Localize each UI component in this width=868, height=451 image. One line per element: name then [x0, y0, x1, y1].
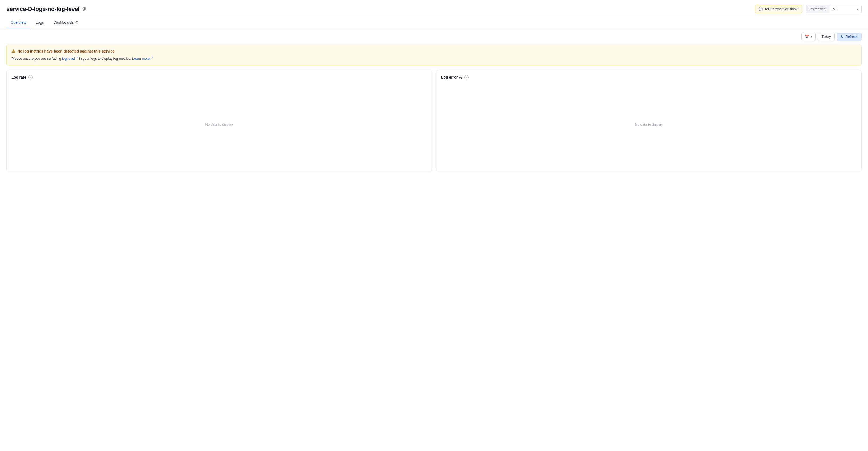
- environment-label: Environment: [806, 5, 829, 13]
- log-error-info-icon[interactable]: ?: [464, 75, 469, 80]
- tab-logs-label: Logs: [36, 20, 44, 25]
- feedback-button-label: Tell us what you think!: [764, 7, 798, 11]
- refresh-button-label: Refresh: [845, 35, 858, 39]
- tab-overview[interactable]: Overview: [6, 17, 30, 28]
- log-rate-chart-header: Log rate ?: [11, 75, 427, 80]
- warning-body-prefix: Please ensure you are surfacing: [11, 57, 62, 61]
- calendar-chevron-icon: ▾: [811, 35, 812, 38]
- log-error-chart-header: Log error % ?: [441, 75, 857, 80]
- header-right: 💬 Tell us what you think! Environment Al…: [754, 5, 862, 13]
- page-header: service-D-logs-no-log-level ⚗ 💬 Tell us …: [0, 0, 868, 17]
- date-picker-button[interactable]: 📅 ▾: [801, 32, 815, 41]
- refresh-icon: ↻: [841, 35, 844, 39]
- log-error-chart-body: No data to display: [441, 83, 857, 166]
- tab-dashboards[interactable]: Dashboards ⚗: [49, 17, 83, 28]
- main-content: 📅 ▾ Today ↻ Refresh ⚠ No log metrics hav…: [0, 28, 868, 176]
- warning-body: Please ensure you are surfacing log.leve…: [11, 55, 857, 61]
- environment-dropdown[interactable]: All ▾: [829, 5, 861, 13]
- tab-logs[interactable]: Logs: [31, 17, 48, 28]
- log-rate-info-icon[interactable]: ?: [28, 75, 32, 80]
- feedback-chat-icon: 💬: [758, 7, 763, 11]
- warning-body-middle: in your logs to display log metrics.: [78, 57, 132, 61]
- tab-overview-label: Overview: [11, 20, 26, 25]
- environment-selector[interactable]: Environment All ▾: [806, 5, 862, 13]
- page-title: service-D-logs-no-log-level: [6, 6, 80, 12]
- feedback-button[interactable]: 💬 Tell us what you think!: [754, 5, 802, 13]
- tab-bar: Overview Logs Dashboards ⚗: [0, 17, 868, 28]
- charts-grid: Log rate ? No data to display Log error …: [6, 70, 862, 171]
- header-left: service-D-logs-no-log-level ⚗: [6, 6, 86, 12]
- log-rate-chart-title: Log rate: [11, 75, 26, 80]
- dashboards-flask-icon: ⚗: [75, 21, 78, 25]
- log-level-link[interactable]: log.level ↗: [62, 57, 78, 61]
- log-error-chart-card: Log error % ? No data to display: [436, 70, 862, 171]
- warning-title: ⚠ No log metrics have been detected agai…: [11, 49, 857, 54]
- warning-triangle-icon: ⚠: [11, 49, 15, 54]
- today-button[interactable]: Today: [818, 32, 835, 41]
- learn-more-link[interactable]: Learn more ↗: [132, 57, 153, 61]
- warning-banner: ⚠ No log metrics have been detected agai…: [6, 44, 862, 65]
- log-error-chart-title: Log error %: [441, 75, 462, 80]
- learn-more-external-icon: ↗: [151, 56, 153, 59]
- environment-value: All: [833, 7, 836, 11]
- chevron-down-icon: ▾: [857, 7, 858, 10]
- calendar-icon: 📅: [805, 35, 809, 39]
- warning-title-text: No log metrics have been detected agains…: [17, 49, 115, 53]
- refresh-button[interactable]: ↻ Refresh: [837, 32, 862, 41]
- flask-icon: ⚗: [82, 6, 86, 12]
- tab-dashboards-label: Dashboards: [54, 20, 74, 25]
- log-rate-chart-card: Log rate ? No data to display: [6, 70, 432, 171]
- log-error-no-data: No data to display: [635, 122, 662, 126]
- log-rate-chart-body: No data to display: [11, 83, 427, 166]
- log-rate-no-data: No data to display: [205, 122, 233, 126]
- toolbar: 📅 ▾ Today ↻ Refresh: [6, 32, 862, 41]
